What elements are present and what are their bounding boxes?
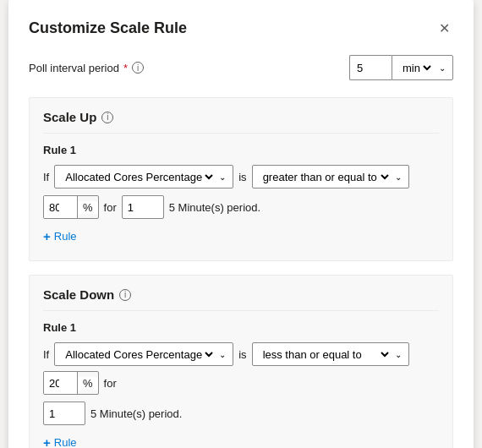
scale-up-metric-dropdown[interactable]: Allocated Cores Percentage CPU Usage Mem… (54, 165, 233, 188)
scale-up-condition-select[interactable]: greater than or equal to less than or eq… (260, 170, 392, 184)
poll-interval-row: Poll interval period * i min sec ⌄ (29, 55, 453, 80)
scale-up-info-icon[interactable]: i (101, 112, 113, 123)
scale-up-for-text: for (104, 201, 117, 214)
scale-down-info-icon[interactable]: i (119, 289, 131, 301)
chevron-down-icon: ⌄ (219, 172, 226, 182)
plus-icon: + (43, 435, 51, 448)
scale-up-rule-label: Rule 1 (43, 144, 439, 156)
scale-down-add-rule-button[interactable]: + Rule (43, 432, 77, 448)
scale-up-threshold-box: % (43, 195, 99, 219)
chevron-down-icon: ⌄ (395, 350, 402, 359)
scale-up-threshold-row: % for 5 Minute(s) period. (43, 195, 439, 219)
scale-down-if-text: If (43, 348, 49, 361)
scale-up-period-label: 5 Minute(s) period. (169, 201, 260, 214)
scale-up-if-text: If (43, 171, 49, 183)
customize-scale-rule-dialog: Customize Scale Rule ✕ Poll interval per… (8, 0, 474, 448)
scale-down-is-text: is (238, 348, 246, 361)
chevron-down-icon: ⌄ (439, 63, 446, 73)
scale-down-threshold-input[interactable] (44, 372, 78, 394)
scale-down-rule-label: Rule 1 (43, 321, 439, 334)
scale-up-threshold-unit: % (78, 201, 98, 214)
scale-up-title: Scale Up (43, 110, 96, 124)
scale-down-add-rule-label: Rule (54, 436, 77, 448)
scale-down-header: Scale Down i (43, 287, 439, 311)
scale-down-threshold-unit: % (78, 377, 98, 390)
scale-down-metric-select[interactable]: Allocated Cores Percentage CPU Usage Mem… (62, 347, 216, 362)
scale-up-period-input[interactable] (122, 195, 164, 219)
scale-down-threshold-box: % (43, 371, 99, 395)
scale-down-period-label: 5 Minute(s) period. (90, 407, 182, 420)
scale-up-section: Scale Up i Rule 1 If Allocated Cores Per… (29, 97, 453, 261)
scale-up-rule-row: If Allocated Cores Percentage CPU Usage … (43, 165, 439, 188)
close-icon: ✕ (439, 20, 450, 36)
poll-interval-inputs: min sec ⌄ (349, 55, 453, 80)
dialog-header: Customize Scale Rule ✕ (29, 17, 453, 40)
scale-down-period-row: 5 Minute(s) period. (43, 402, 439, 425)
scale-down-metric-dropdown[interactable]: Allocated Cores Percentage CPU Usage Mem… (54, 342, 233, 366)
plus-icon: + (43, 229, 51, 243)
scale-down-condition-dropdown[interactable]: less than or equal to greater than or eq… (252, 342, 409, 366)
close-button[interactable]: ✕ (435, 17, 453, 40)
poll-interval-info-icon[interactable]: i (132, 62, 144, 74)
scale-down-title: Scale Down (43, 287, 114, 302)
scale-up-add-rule-label: Rule (54, 230, 77, 243)
scale-down-for-text: for (104, 377, 117, 390)
scale-up-is-text: is (238, 171, 246, 183)
poll-interval-value-input[interactable] (349, 55, 392, 80)
poll-interval-unit-select-container[interactable]: min sec ⌄ (392, 55, 453, 80)
scale-down-rule-row: If Allocated Cores Percentage CPU Usage … (43, 342, 439, 395)
scale-up-condition-dropdown[interactable]: greater than or equal to less than or eq… (252, 165, 409, 188)
poll-interval-unit-select[interactable]: min sec (399, 61, 434, 75)
scale-up-add-rule-button[interactable]: + Rule (43, 226, 77, 247)
scale-up-metric-select[interactable]: Allocated Cores Percentage CPU Usage Mem… (62, 170, 216, 184)
scale-up-threshold-input[interactable] (44, 196, 78, 218)
chevron-down-icon: ⌄ (219, 350, 226, 359)
scale-down-period-input[interactable] (43, 402, 85, 425)
chevron-down-icon: ⌄ (395, 172, 402, 182)
scale-down-condition-select[interactable]: less than or equal to greater than or eq… (260, 347, 392, 362)
scale-down-section: Scale Down i Rule 1 If Allocated Cores P… (29, 275, 453, 448)
scale-up-header: Scale Up i (43, 110, 439, 134)
poll-interval-label: Poll interval period * i (29, 62, 144, 74)
dialog-title: Customize Scale Rule (29, 19, 187, 37)
required-indicator: * (123, 62, 128, 74)
